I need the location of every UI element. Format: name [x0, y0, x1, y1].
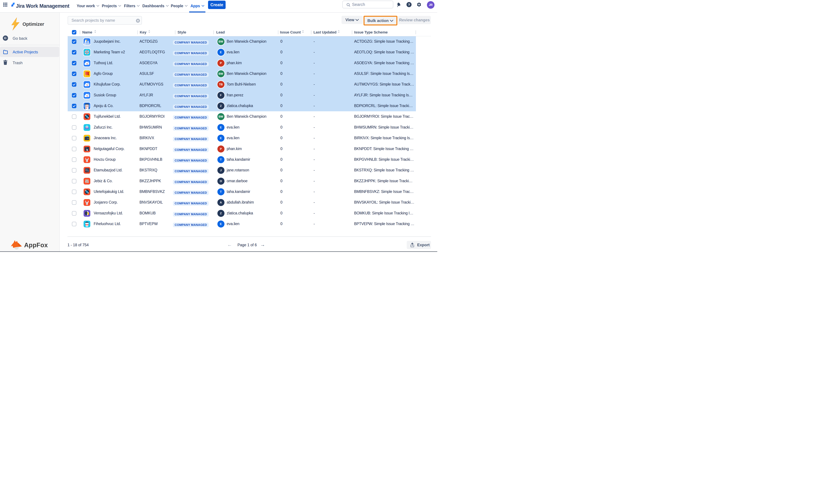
- svg-text:?: ?: [408, 3, 410, 7]
